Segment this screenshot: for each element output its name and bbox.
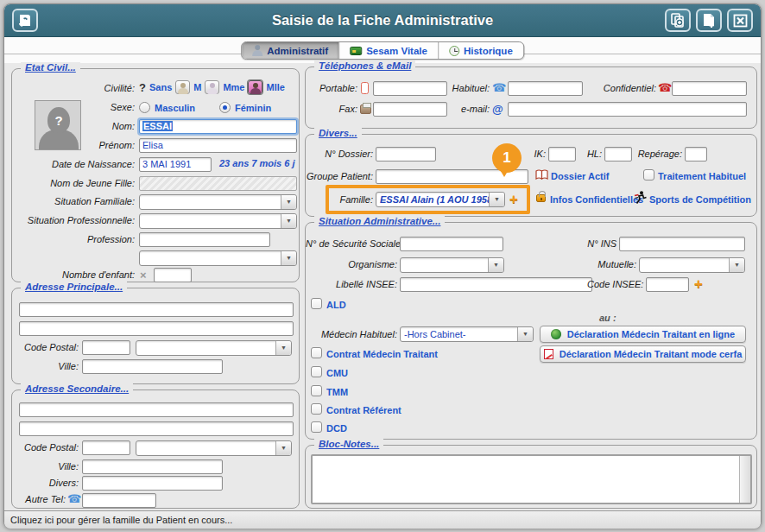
tmm-label[interactable]: TMM [326, 386, 348, 399]
cmu-label[interactable]: CMU [326, 367, 348, 380]
nom-input[interactable]: ESSAI [139, 119, 297, 134]
adresse1-ville-input[interactable] [82, 359, 223, 374]
adresse1-ligne1-input[interactable] [19, 302, 294, 317]
tab-sesam-vitale[interactable]: Sesam Vitale [339, 42, 439, 59]
mutuelle-select[interactable] [639, 257, 745, 273]
new-record-button[interactable] [696, 9, 722, 32]
habituel-input[interactable] [508, 81, 583, 96]
contrat-referent-label[interactable]: Contrat Référent [326, 404, 401, 417]
prenom-value: Elisa [142, 140, 163, 150]
prenom-input[interactable]: Elisa [139, 138, 297, 153]
civilite-sans-label[interactable]: Sans [149, 81, 172, 94]
dcd-checkbox[interactable] [311, 421, 322, 433]
ald-checkbox[interactable] [311, 298, 322, 309]
nss-input[interactable] [400, 237, 503, 251]
status-bar[interactable]: Cliquez ici pour gérer la famille du Pat… [4, 510, 761, 529]
civilite-mlle-icon[interactable] [248, 80, 262, 94]
notes-textarea[interactable] [311, 454, 752, 504]
code-insee-input[interactable] [646, 277, 689, 292]
situation-familiale-select[interactable] [139, 194, 297, 210]
traitement-habituel-checkbox[interactable] [643, 169, 654, 180]
n-dossier-input[interactable] [376, 147, 436, 162]
nombre-enfant-input[interactable] [154, 268, 192, 282]
portable-label: Portable: [306, 81, 357, 96]
profession-input[interactable] [139, 232, 270, 247]
libelle-insee-input[interactable] [400, 277, 592, 292]
tab-bar: Administratif Sesam Vitale Historique [241, 41, 524, 60]
close-button[interactable] [727, 9, 753, 32]
contrat-medecin-traitant-label[interactable]: Contrat Médecin Traitant [326, 348, 438, 361]
civilite-m-label[interactable]: M [193, 81, 201, 94]
telephones-legend[interactable]: Téléphones & eMail [314, 60, 415, 71]
telephones-section: Téléphones & eMail Portable: Habituel: ☎… [305, 66, 757, 129]
declaration-en-ligne-button[interactable]: Déclaration Médecin Traitant en ligne [540, 326, 746, 343]
add-famille-icon[interactable]: + [509, 192, 518, 206]
portable-input[interactable] [373, 81, 447, 96]
adresse2-ville-select[interactable] [136, 440, 292, 456]
notes-scrollbar[interactable] [739, 456, 750, 503]
adresse1-ville-select[interactable] [136, 340, 292, 356]
adresse2-divers-input[interactable] [82, 476, 223, 491]
email-input[interactable] [508, 102, 747, 117]
contrat-medecin-traitant-checkbox[interactable] [311, 347, 322, 358]
adresse2-ville-input[interactable] [82, 459, 223, 474]
civilite-mme-icon[interactable] [205, 80, 219, 94]
runner-icon [633, 190, 648, 205]
adresse2-ligne2-input[interactable] [19, 421, 294, 436]
civilite-mlle-label[interactable]: Mlle [266, 81, 284, 94]
organisme-select[interactable] [400, 257, 504, 273]
close-icon [733, 14, 748, 28]
famille-select[interactable]: ESSAI Alain (1 AOU 1958) [376, 192, 505, 207]
hl-input[interactable] [604, 147, 632, 162]
autre-tel-input[interactable] [82, 493, 156, 508]
civilite-sans-icon[interactable]: ? [139, 81, 146, 94]
tab-historique[interactable]: Historique [439, 42, 523, 59]
profession-category-select[interactable] [139, 250, 297, 266]
traitement-habituel-label[interactable]: Traitement Habituel [658, 170, 746, 183]
clear-icon[interactable]: × [140, 268, 147, 282]
ald-label[interactable]: ALD [326, 299, 346, 312]
at-sign-icon: @ [492, 102, 503, 117]
adresse1-code-postal-input[interactable] [82, 340, 130, 355]
tab-administratif[interactable]: Administratif [242, 42, 339, 59]
etat-civil-legend[interactable]: Etat Civil... [21, 62, 80, 73]
confidentiel-input[interactable] [672, 81, 747, 96]
medecin-habituel-select[interactable]: -Hors Cabinet- [400, 326, 534, 342]
situation-administrative-legend[interactable]: Situation Administrative... [314, 216, 445, 226]
radio-masculin[interactable] [139, 102, 150, 113]
adresse1-ligne2-input[interactable] [19, 321, 294, 336]
adresse-principale-section: Adresse Principale... Code Postal: Ville… [11, 288, 300, 384]
duplicate-record-button[interactable] [665, 9, 691, 32]
adresse2-ligne1-input[interactable] [19, 402, 294, 417]
contrat-referent-checkbox[interactable] [311, 403, 322, 415]
tab-historique-label: Historique [464, 46, 513, 56]
civilite-m-icon[interactable] [175, 80, 190, 94]
civilite-options: ? Sans M Mme Mlle [139, 80, 285, 94]
fax-input[interactable] [373, 102, 447, 117]
adresse-secondaire-legend[interactable]: Adresse Secondaire... [21, 383, 133, 394]
divers-legend[interactable]: Divers... [314, 128, 362, 138]
civilite-mme-label[interactable]: Mme [223, 81, 244, 94]
dossier-actif-label[interactable]: Dossier Actif [551, 170, 609, 183]
sports-competition-label[interactable]: Sports de Compétition [649, 193, 751, 206]
radio-feminin[interactable] [219, 102, 231, 113]
tmm-checkbox[interactable] [311, 385, 322, 396]
adresse2-code-postal-input[interactable] [82, 440, 130, 455]
situation-professionnelle-select[interactable] [139, 213, 297, 229]
bloc-notes-legend[interactable]: Bloc-Notes... [314, 439, 383, 449]
ins-input[interactable] [619, 237, 745, 251]
reperage-input[interactable] [685, 147, 707, 162]
radio-feminin-label[interactable]: Féminin [235, 102, 271, 115]
declaration-cerfa-button[interactable]: Déclaration Médecin Traitant mode cerfa [540, 345, 746, 363]
radio-masculin-label[interactable]: Masculin [155, 102, 195, 115]
nom-jeune-fille-input [139, 176, 297, 191]
cmu-checkbox[interactable] [311, 366, 322, 377]
habituel-label: Habituel: [438, 81, 490, 96]
add-insee-icon[interactable]: + [694, 276, 703, 291]
dcd-label[interactable]: DCD [326, 422, 347, 435]
date-naissance-input[interactable]: 3 MAI 1991 [139, 157, 212, 172]
infos-confidentielles-label[interactable]: Infos Confidentielles [550, 193, 643, 206]
adresse-principale-legend[interactable]: Adresse Principale... [21, 282, 127, 292]
famille-label: Famille: [306, 193, 373, 207]
situation-professionnelle-label: Situation Professionnelle: [12, 213, 135, 228]
